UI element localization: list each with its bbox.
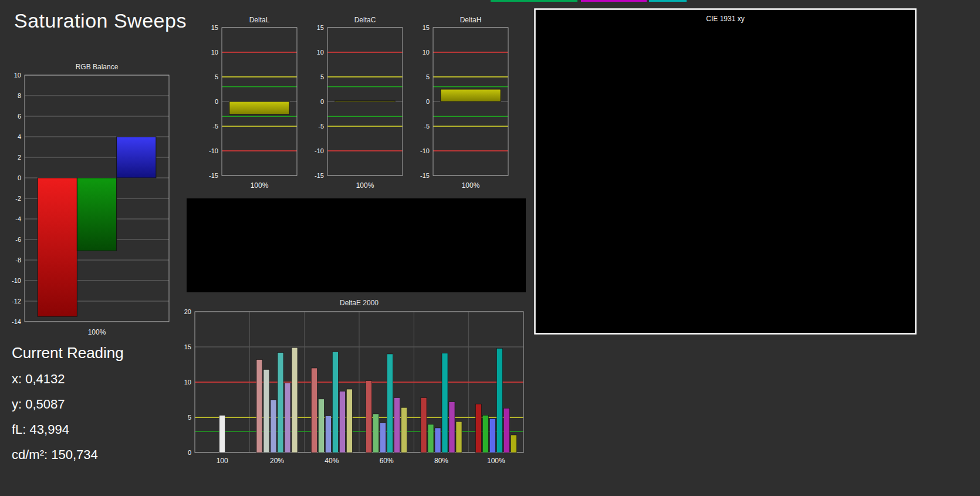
delta-e-chart: DeltaE 20000510152010020%40%60%80%100% xyxy=(176,296,528,470)
svg-text:5: 5 xyxy=(188,414,191,421)
svg-text:-5: -5 xyxy=(424,123,430,130)
delta-e-bar xyxy=(387,354,393,453)
delta-e-bar xyxy=(332,352,338,453)
delta-e-bar xyxy=(442,353,448,453)
svg-text:-15: -15 xyxy=(315,172,324,179)
delta-e-bar xyxy=(449,402,455,453)
reading-y: y: 0,5087 xyxy=(12,397,124,412)
chart-title: DeltaC xyxy=(354,16,376,24)
delta-e-bar xyxy=(401,407,407,453)
current-reading: Current Reading x: 0,4132 y: 0,5087 fL: … xyxy=(12,344,124,473)
svg-text:0: 0 xyxy=(215,98,218,105)
delta-e-bar xyxy=(489,419,495,453)
svg-text:6: 6 xyxy=(18,113,21,120)
svg-text:15: 15 xyxy=(184,343,191,350)
svg-text:-2: -2 xyxy=(15,195,21,202)
svg-text:-12: -12 xyxy=(12,298,21,305)
svg-text:100%: 100% xyxy=(88,328,106,336)
svg-text:10: 10 xyxy=(211,49,218,56)
svg-text:-15: -15 xyxy=(209,172,218,179)
svg-text:100%: 100% xyxy=(487,457,505,465)
delta-h-bar-deltaH xyxy=(441,89,501,102)
reading-cdm2: cd/m²: 150,734 xyxy=(12,447,124,463)
delta-e-bar xyxy=(511,435,516,453)
delta-e-bar xyxy=(503,408,509,453)
svg-text:15: 15 xyxy=(317,24,324,31)
chart-title: DeltaE 2000 xyxy=(340,299,379,307)
delta-e-bar xyxy=(380,423,386,453)
svg-text:40%: 40% xyxy=(325,457,339,465)
svg-text:80%: 80% xyxy=(434,457,448,465)
svg-text:5: 5 xyxy=(215,73,218,80)
svg-text:100%: 100% xyxy=(462,181,480,190)
delta-l-bar-deltaL xyxy=(229,102,289,114)
svg-text:0: 0 xyxy=(426,98,430,105)
svg-text:15: 15 xyxy=(211,24,218,31)
svg-text:0: 0 xyxy=(18,174,21,181)
svg-text:-4: -4 xyxy=(15,215,21,222)
green-mark xyxy=(491,0,577,2)
svg-text:0: 0 xyxy=(320,98,324,105)
delta-e-bar xyxy=(394,397,400,453)
delta-c-chart: DeltaC151050-5-10-15100% xyxy=(305,15,408,192)
delta-h-chart: DeltaH151050-5-10-15100% xyxy=(411,15,513,192)
svg-text:5: 5 xyxy=(426,73,430,80)
chart-title: DeltaL xyxy=(249,16,270,24)
delta-e-bar xyxy=(311,368,317,453)
svg-text:10: 10 xyxy=(317,49,324,56)
delta-e-bar xyxy=(373,414,379,453)
delta-e-bar xyxy=(219,415,225,453)
cie-chart: CIE 1931 xy xyxy=(534,8,917,335)
reading-x: x: 0,4132 xyxy=(12,372,124,387)
svg-text:10: 10 xyxy=(14,72,21,79)
rgb-balance-bar-red xyxy=(38,178,77,316)
delta-e-bar xyxy=(346,389,352,453)
svg-text:-10: -10 xyxy=(420,147,430,154)
svg-text:100%: 100% xyxy=(251,181,269,190)
svg-text:5: 5 xyxy=(320,73,324,80)
delta-e-bar xyxy=(271,400,276,453)
delta-c-bar-deltaC xyxy=(335,101,395,102)
svg-text:8: 8 xyxy=(18,92,21,99)
svg-text:-10: -10 xyxy=(12,277,21,284)
svg-text:100: 100 xyxy=(217,457,228,465)
page-title: Saturation Sweeps xyxy=(14,9,187,32)
chart-title: CIE 1931 xy xyxy=(706,15,744,23)
rgb-balance-chart: RGB Balance1086420-2-4-6-8-10-12-14100% xyxy=(0,59,176,340)
svg-text:-14: -14 xyxy=(12,318,21,325)
chart-title: DeltaH xyxy=(460,16,482,24)
svg-text:60%: 60% xyxy=(380,457,394,465)
delta-e-bar xyxy=(435,428,441,453)
svg-text:0: 0 xyxy=(188,449,191,456)
svg-text:10: 10 xyxy=(423,49,430,56)
delta-e-bar xyxy=(421,397,427,453)
svg-text:20%: 20% xyxy=(270,457,284,465)
rgb-balance-bar-blue xyxy=(117,137,156,178)
cyan-mark xyxy=(649,0,687,2)
delta-e-bar xyxy=(482,415,488,453)
svg-text:2: 2 xyxy=(18,154,21,161)
svg-text:20: 20 xyxy=(184,308,191,315)
swatch-panel xyxy=(187,198,526,292)
current-reading-heading: Current Reading xyxy=(12,344,124,362)
delta-l-chart: DeltaL151050-5-10-15100% xyxy=(200,15,302,192)
delta-e-bar xyxy=(339,392,345,453)
delta-e-bar xyxy=(366,381,372,453)
svg-text:-6: -6 xyxy=(15,236,21,243)
saturation-sweeps-page: Saturation Sweeps RGB Balance1086420-2-4… xyxy=(0,0,980,496)
svg-text:100%: 100% xyxy=(356,181,374,190)
delta-e-bar xyxy=(318,399,324,453)
svg-text:-5: -5 xyxy=(318,123,324,130)
delta-e-bar xyxy=(496,348,502,453)
delta-e-bar xyxy=(263,369,269,453)
svg-text:10: 10 xyxy=(184,379,191,386)
svg-text:-5: -5 xyxy=(212,123,218,130)
delta-e-bar xyxy=(256,360,262,453)
delta-e-bar xyxy=(475,404,481,453)
svg-text:4: 4 xyxy=(18,133,21,140)
svg-text:-8: -8 xyxy=(15,257,21,264)
svg-text:-10: -10 xyxy=(209,147,218,154)
magenta-mark xyxy=(581,0,647,2)
delta-e-bar xyxy=(278,353,283,453)
svg-text:-15: -15 xyxy=(420,172,430,179)
